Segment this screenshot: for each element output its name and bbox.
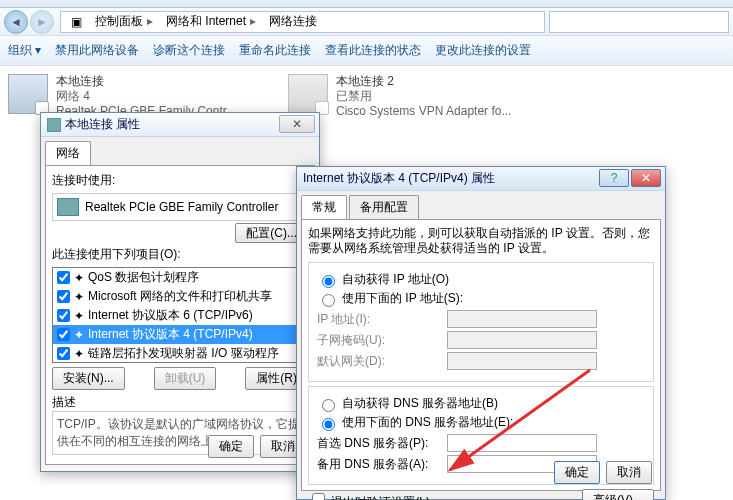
diagnose-button[interactable]: 诊断这个连接: [153, 42, 225, 59]
conn-status: 已禁用: [336, 89, 511, 104]
validate-row[interactable]: 退出时验证设置(L): [308, 490, 430, 500]
list-item[interactable]: ✦Internet 协议版本 6 (TCP/IPv6): [53, 306, 307, 325]
tab-body: 连接时使用: Realtek PCIe GBE Family Controlle…: [45, 165, 315, 465]
crumb-1[interactable]: 网络和 Internet▸: [160, 13, 263, 30]
gateway-label: 默认网关(D):: [317, 353, 447, 370]
tab-body: 如果网络支持此功能，则可以获取自动指派的 IP 设置。否则，您需要从网络系统管理…: [301, 219, 661, 491]
item-checkbox[interactable]: [57, 309, 70, 322]
help-button[interactable]: ?: [599, 169, 629, 187]
manual-dns-label: 使用下面的 DNS 服务器地址(E):: [342, 414, 513, 431]
ip-group: 自动获得 IP 地址(O) 使用下面的 IP 地址(S): IP 地址(I): …: [308, 262, 654, 382]
auto-dns-radio[interactable]: [322, 399, 335, 412]
crumb-2[interactable]: 网络连接: [263, 13, 324, 30]
tab-alternate[interactable]: 备用配置: [349, 195, 419, 219]
list-item[interactable]: ✦链路层拓扑发现映射器 I/O 驱动程序: [53, 344, 307, 363]
dns2-label: 备用 DNS 服务器(A):: [317, 456, 447, 473]
conn-device: Cisco Systems VPN Adapter fo...: [336, 104, 511, 119]
item-checkbox[interactable]: [57, 328, 70, 341]
manual-ip-radio[interactable]: [322, 294, 335, 307]
auto-ip-radio[interactable]: [322, 275, 335, 288]
dialog-title[interactable]: Internet 协议版本 4 (TCP/IPv4) 属性 ? ✕: [297, 167, 665, 191]
install-button[interactable]: 安装(N)...: [52, 367, 125, 390]
list-item-selected[interactable]: ✦Internet 协议版本 4 (TCP/IPv4): [53, 325, 307, 344]
conn-name: 本地连接: [56, 74, 236, 89]
close-button[interactable]: ✕: [279, 115, 315, 133]
search-input[interactable]: [549, 11, 729, 33]
window-titlebar: [0, 0, 733, 8]
desc-heading: 描述: [52, 394, 308, 411]
dns1-label: 首选 DNS 服务器(P):: [317, 435, 447, 452]
item-checkbox[interactable]: [57, 347, 70, 360]
toolbar: 组织 ▾ 禁用此网络设备 诊断这个连接 重命名此连接 查看此连接的状态 更改此连…: [0, 36, 733, 66]
auto-ip-label: 自动获得 IP 地址(O): [342, 271, 449, 288]
tab-general[interactable]: 常规: [301, 195, 347, 219]
item-checkbox[interactable]: [57, 271, 70, 284]
ipv4-properties-dialog: Internet 协议版本 4 (TCP/IPv4) 属性 ? ✕ 常规 备用配…: [296, 166, 666, 500]
nic-small-icon: [47, 118, 61, 132]
connection-properties-dialog: 本地连接 属性 ✕ 网络 连接时使用: Realtek PCIe GBE Fam…: [40, 112, 320, 472]
intro-text: 如果网络支持此功能，则可以获取自动指派的 IP 设置。否则，您需要从网络系统管理…: [308, 226, 654, 256]
tab-strip: 网络: [41, 137, 319, 165]
conn-name: 本地连接 2: [336, 74, 511, 89]
auto-dns-label: 自动获得 DNS 服务器地址(B): [342, 395, 498, 412]
organize-button[interactable]: 组织 ▾: [8, 42, 41, 59]
component-list[interactable]: ✦QoS 数据包计划程序 ✦Microsoft 网络的文件和打印机共享 ✦Int…: [52, 267, 308, 363]
disable-device-button[interactable]: 禁用此网络设备: [55, 42, 139, 59]
validate-checkbox[interactable]: [312, 493, 325, 500]
network-adapter-icon: [288, 74, 328, 114]
tab-network[interactable]: 网络: [45, 141, 91, 165]
advanced-button[interactable]: 高级(V)...: [582, 489, 654, 500]
gateway-input: [447, 352, 597, 370]
ok-button[interactable]: 确定: [554, 461, 600, 484]
items-label: 此连接使用下列项目(O):: [52, 246, 308, 263]
network-adapter-icon: [8, 74, 48, 114]
change-settings-button[interactable]: 更改此连接的设置: [435, 42, 531, 59]
back-button[interactable]: ◄: [4, 10, 28, 34]
device-row: Realtek PCIe GBE Family Controller: [52, 193, 308, 221]
close-button[interactable]: ✕: [631, 169, 661, 187]
connection-item[interactable]: 本地连接 2 已禁用 Cisco Systems VPN Adapter fo.…: [288, 74, 548, 119]
list-item[interactable]: ✦QoS 数据包计划程序: [53, 268, 307, 287]
cancel-button[interactable]: 取消: [606, 461, 652, 484]
navbar: ◄ ► ▣ 控制面板▸ 网络和 Internet▸ 网络连接: [0, 8, 733, 36]
mask-label: 子网掩码(U):: [317, 332, 447, 349]
crumb-0[interactable]: 控制面板▸: [89, 13, 160, 30]
ip-input: [447, 310, 597, 328]
manual-ip-label: 使用下面的 IP 地址(S):: [342, 290, 463, 307]
tab-strip: 常规 备用配置: [297, 191, 665, 219]
breadcrumb[interactable]: ▣ 控制面板▸ 网络和 Internet▸ 网络连接: [60, 11, 545, 33]
dns1-input[interactable]: [447, 434, 597, 452]
breadcrumb-icon: ▣: [65, 15, 89, 29]
device-name: Realtek PCIe GBE Family Controller: [85, 200, 278, 214]
connect-using-label: 连接时使用:: [52, 172, 308, 189]
forward-button[interactable]: ►: [30, 10, 54, 34]
connection-text: 本地连接 2 已禁用 Cisco Systems VPN Adapter fo.…: [336, 74, 511, 119]
rename-button[interactable]: 重命名此连接: [239, 42, 311, 59]
conn-status: 网络 4: [56, 89, 236, 104]
manual-dns-radio[interactable]: [322, 418, 335, 431]
list-item[interactable]: ✦Microsoft 网络的文件和打印机共享: [53, 287, 307, 306]
status-button[interactable]: 查看此连接的状态: [325, 42, 421, 59]
ip-label: IP 地址(I):: [317, 311, 447, 328]
ok-button[interactable]: 确定: [208, 435, 254, 458]
mask-input: [447, 331, 597, 349]
nic-icon: [57, 198, 79, 216]
item-checkbox[interactable]: [57, 290, 70, 303]
dialog-title[interactable]: 本地连接 属性 ✕: [41, 113, 319, 137]
uninstall-button[interactable]: 卸载(U): [154, 367, 217, 390]
